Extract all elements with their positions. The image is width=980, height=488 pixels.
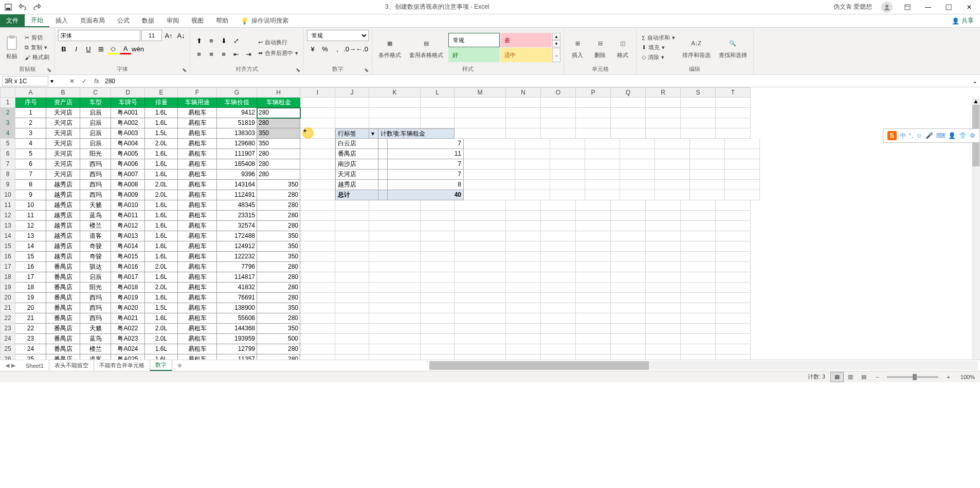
cell[interactable]: 易租车 xyxy=(178,241,217,252)
cell[interactable] xyxy=(300,149,335,159)
row-header[interactable]: 14 xyxy=(0,231,15,241)
cell[interactable]: 25 xyxy=(15,354,46,360)
cell[interactable]: 350 xyxy=(257,128,300,139)
cell[interactable] xyxy=(464,159,515,170)
cell[interactable]: 易租车 xyxy=(178,344,217,354)
autosum-button[interactable]: Σ自动求和▾ xyxy=(640,33,677,42)
cell[interactable] xyxy=(506,324,541,334)
cell[interactable] xyxy=(421,313,455,324)
cell[interactable]: 280 xyxy=(257,159,300,170)
cell[interactable] xyxy=(421,262,455,272)
decrease-font-icon[interactable]: A↓ xyxy=(175,30,187,41)
cell[interactable] xyxy=(716,211,751,221)
expand-formula-icon[interactable]: ⌄ xyxy=(970,78,980,85)
cell[interactable]: 280 xyxy=(257,221,300,231)
cell[interactable] xyxy=(655,170,690,180)
cell[interactable] xyxy=(335,324,369,334)
cell[interactable] xyxy=(335,283,369,293)
cell[interactable] xyxy=(716,293,751,303)
cell[interactable]: 20 xyxy=(15,303,46,313)
cell[interactable]: 易租车 xyxy=(178,211,217,221)
cell[interactable] xyxy=(646,272,681,283)
row-header[interactable]: 15 xyxy=(0,241,15,252)
cell[interactable] xyxy=(611,231,646,241)
cell[interactable] xyxy=(541,200,576,211)
cell[interactable]: 西玛 xyxy=(80,303,111,313)
cell[interactable] xyxy=(506,354,541,360)
cell[interactable]: 粤A016 xyxy=(111,262,145,272)
cell[interactable]: 32574 xyxy=(217,221,257,231)
cell[interactable]: 车型 xyxy=(80,98,111,108)
scroll-up-icon[interactable]: ▲ xyxy=(972,98,980,105)
cell[interactable]: 易租车 xyxy=(178,283,217,293)
cell[interactable] xyxy=(369,118,421,128)
cell[interactable] xyxy=(646,354,681,360)
cell[interactable] xyxy=(455,272,506,283)
cell[interactable]: 粤A012 xyxy=(111,221,145,231)
cell[interactable] xyxy=(681,272,716,283)
cell[interactable] xyxy=(421,211,455,221)
cell[interactable] xyxy=(506,231,541,241)
cell[interactable] xyxy=(300,159,335,170)
cell[interactable]: 易租车 xyxy=(178,324,217,334)
cell[interactable]: 粤A010 xyxy=(111,200,145,211)
cell[interactable]: 4 xyxy=(15,139,46,149)
cell[interactable]: 越秀店 xyxy=(46,231,80,241)
align-right-icon[interactable]: ≡ xyxy=(218,49,229,60)
align-top-icon[interactable]: ⬆ xyxy=(193,35,205,47)
zoom-out-button[interactable]: − xyxy=(870,374,884,380)
cell[interactable] xyxy=(655,180,690,190)
cell[interactable] xyxy=(455,241,506,252)
cell[interactable]: ▾ xyxy=(369,128,378,139)
cell[interactable]: 13 xyxy=(15,231,46,241)
sort-filter-button[interactable]: A↓Z 排序和筛选 xyxy=(679,35,714,60)
cell[interactable] xyxy=(725,190,760,200)
cell[interactable]: 3 xyxy=(15,128,46,139)
cell[interactable]: 易租车 xyxy=(178,170,217,180)
column-header[interactable]: M xyxy=(455,87,506,98)
cell[interactable] xyxy=(506,344,541,354)
cell[interactable] xyxy=(611,118,646,128)
paste-button[interactable]: 粘贴 xyxy=(3,34,21,61)
cell[interactable] xyxy=(421,98,455,108)
horizontal-scrollbar[interactable] xyxy=(429,361,978,370)
cell[interactable]: 粤A013 xyxy=(111,231,145,241)
cell[interactable] xyxy=(541,262,576,272)
cell[interactable]: 粤A019 xyxy=(111,293,145,303)
cell[interactable]: 易租车 xyxy=(178,159,217,170)
cell[interactable] xyxy=(620,170,655,180)
column-header[interactable]: R xyxy=(646,87,681,98)
cell[interactable]: 138303 xyxy=(217,128,257,139)
cell[interactable]: 55606 xyxy=(217,313,257,324)
cell[interactable] xyxy=(611,303,646,313)
cell[interactable] xyxy=(725,139,760,149)
cell[interactable]: 1.6L xyxy=(145,221,178,231)
cell[interactable] xyxy=(369,252,421,262)
cell[interactable] xyxy=(300,221,335,231)
cell[interactable] xyxy=(690,149,725,159)
cell[interactable] xyxy=(335,334,369,344)
cell[interactable]: 易租车 xyxy=(178,190,217,200)
gallery-down-icon[interactable]: ▼ xyxy=(552,40,560,47)
sheet-tab[interactable]: 表头不能留空 xyxy=(49,360,94,371)
cell[interactable]: 天河店 xyxy=(46,139,80,149)
cell[interactable]: 阳光 xyxy=(80,283,111,293)
cell[interactable]: 1.6L xyxy=(145,231,178,241)
cell[interactable]: 138900 xyxy=(217,303,257,313)
cell[interactable] xyxy=(550,190,585,200)
ime-lang-icon[interactable]: 中 xyxy=(900,132,906,140)
cell[interactable] xyxy=(576,272,611,283)
cell[interactable] xyxy=(369,313,421,324)
cell[interactable] xyxy=(300,190,335,200)
cell[interactable]: 粤A008 xyxy=(111,180,145,190)
undo-icon[interactable] xyxy=(19,3,27,11)
cell[interactable]: 23 xyxy=(15,334,46,344)
cell[interactable] xyxy=(464,139,515,149)
cell[interactable] xyxy=(681,241,716,252)
cell[interactable] xyxy=(421,221,455,231)
cell[interactable]: 番禺店 xyxy=(46,272,80,283)
cell[interactable] xyxy=(681,283,716,293)
dialog-launcher-icon[interactable]: ⬊ xyxy=(182,67,187,73)
cell[interactable]: 2 xyxy=(15,118,46,128)
cell[interactable] xyxy=(455,262,506,272)
